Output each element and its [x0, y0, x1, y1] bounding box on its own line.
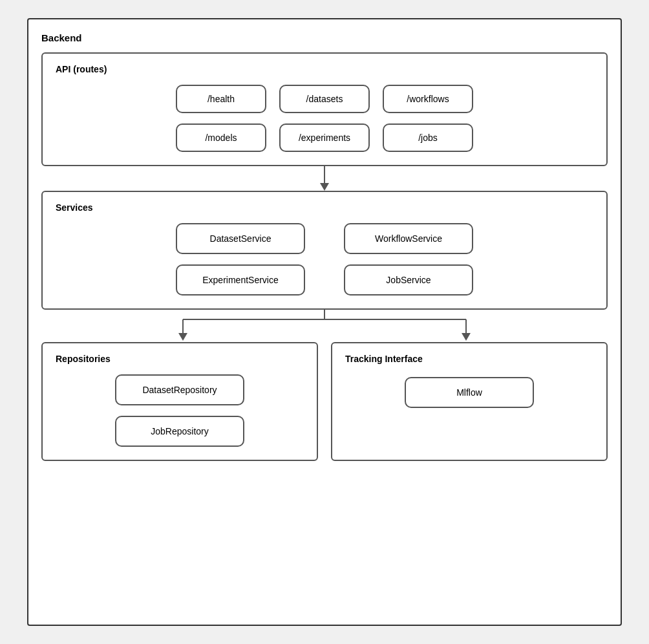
tracking-items: Mlflow	[345, 377, 593, 408]
services-box: Services DatasetService WorkflowService …	[41, 191, 608, 310]
services-grid: DatasetService WorkflowService Experimen…	[56, 223, 593, 295]
service-experiment: ExperimentService	[176, 264, 305, 295]
service-workflow: WorkflowService	[344, 223, 473, 254]
svg-marker-6	[178, 333, 187, 341]
svg-marker-1	[320, 183, 329, 191]
route-datasets: /datasets	[279, 85, 370, 113]
svg-marker-7	[462, 333, 471, 341]
backend-label: Backend	[41, 32, 608, 43]
repos-items: DatasetRepository JobRepository	[56, 374, 304, 447]
split-arrows	[41, 310, 608, 342]
arrow-api-to-services	[41, 166, 608, 191]
arrow-down-svg	[318, 166, 331, 191]
route-experiments: /experiments	[279, 123, 370, 152]
route-models: /models	[176, 123, 266, 152]
service-job: JobService	[344, 264, 473, 295]
service-dataset: DatasetService	[176, 223, 305, 254]
repo-job: JobRepository	[115, 416, 244, 447]
api-routes-grid: /health /datasets /workflows /models /ex…	[56, 85, 593, 152]
route-health: /health	[176, 85, 266, 113]
backend-container: Backend API (routes) /health /datasets /…	[27, 18, 622, 626]
split-arrow-svg	[41, 310, 608, 342]
api-box: API (routes) /health /datasets /workflow…	[41, 52, 608, 166]
bottom-row: Repositories DatasetRepository JobReposi…	[41, 342, 608, 461]
repos-label: Repositories	[56, 354, 304, 364]
tracking-mlflow: Mlflow	[405, 377, 534, 408]
api-label: API (routes)	[56, 64, 593, 74]
repo-dataset: DatasetRepository	[115, 374, 244, 405]
services-label: Services	[56, 202, 593, 213]
repositories-box: Repositories DatasetRepository JobReposi…	[41, 342, 318, 461]
route-workflows: /workflows	[383, 85, 473, 113]
tracking-box: Tracking Interface Mlflow	[331, 342, 608, 461]
route-jobs: /jobs	[383, 123, 473, 152]
tracking-label: Tracking Interface	[345, 354, 593, 364]
